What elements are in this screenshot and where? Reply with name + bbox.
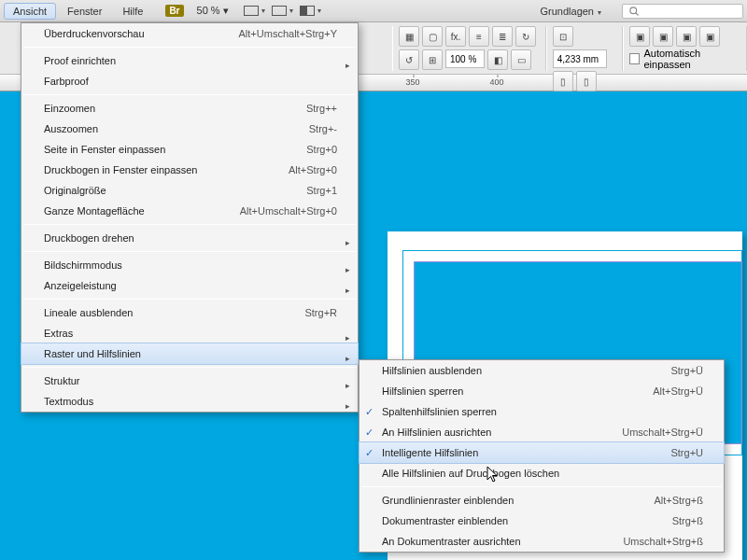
menu-item-label: Intelligente Hilfslinien [382,447,670,458]
menu-item[interactable]: Lineale ausblendenStrg+R [21,302,358,323]
menu-shortcut: Strg+ß [672,515,703,526]
menu-item[interactable]: Textmodus [21,391,358,412]
menu-shortcut: Umschalt+Strg+Ü [622,427,703,438]
menu-shortcut: Strg+0 [306,144,337,155]
menu-item-label: Druckbogen in Fenster einpassen [44,164,289,175]
menu-item-label: Druckbogen drehen [44,232,337,244]
menu-item[interactable]: Farbproof [21,71,358,91]
tool-dir-3[interactable]: ⊞ [422,49,443,70]
view-menu: ÜberdruckenvorschauAlt+Umschalt+Strg+YPr… [21,22,359,413]
menu-fenster[interactable]: Fenster [58,3,111,20]
menu-separator [23,224,356,225]
view-mode-icon[interactable] [242,3,268,20]
tool-btn-2[interactable]: ▢ [422,26,443,47]
menu-item[interactable]: Dokumentraster einblendenStrg+ß [359,511,724,531]
menu-item[interactable]: Druckbogen in Fenster einpassenAlt+Strg+… [21,160,358,180]
menu-item-label: Proof einrichten [44,55,337,66]
measure-field[interactable]: 4,233 mm [553,49,607,68]
grids-guides-submenu: Hilfslinien ausblendenStrg+ÜHilfslinien … [359,359,725,553]
check-icon: ✓ [365,406,374,418]
menu-item[interactable]: EinzoomenStrg++ [21,98,358,119]
crop-icon[interactable]: ⊡ [553,26,573,47]
fit-btn-4[interactable]: ▣ [699,26,720,47]
menu-item[interactable]: ✓Spaltenhilfslinien sperren [359,401,724,422]
fit-btn-1[interactable]: ▣ [629,26,650,47]
menu-item-label: Extras [44,328,337,339]
menu-shortcut: Umschalt+Strg+ß [623,536,703,547]
menu-shortcut: Strg+Ü [670,365,703,376]
search-input[interactable] [643,6,737,17]
menu-item[interactable]: ✓Intelligente HilfslinienStrg+U [359,442,724,463]
menu-item[interactable]: Hilfslinien ausblendenStrg+Ü [359,360,724,381]
menu-item-label: An Hilfslinien ausrichten [382,427,622,438]
menu-shortcut: Alt+Strg+ß [654,495,703,506]
menu-shortcut: Strg+U [670,447,703,458]
menu-item-label: Alle Hilfslinien auf Druckbogen löschen [382,468,703,479]
menu-item-label: Überdruckenvorschau [44,28,239,39]
menu-separator [361,486,722,487]
menu-hilfe[interactable]: Hilfe [113,3,152,20]
tool-align-2[interactable]: ≣ [492,26,513,47]
auto-fit-label: Automatisch einpassen [643,48,740,70]
zoom-pct-field[interactable]: 100 % [445,49,485,68]
menu-item-label: Spaltenhilfslinien sperren [382,406,703,417]
fit-btn-3[interactable]: ▣ [676,26,697,47]
zoom-level[interactable]: 50 % ▾ [197,5,229,17]
tool-btn-x1[interactable]: ◧ [487,49,508,70]
workspace-switcher[interactable]: Grundlagen [531,3,612,20]
menu-item[interactable]: Druckbogen drehen [21,228,358,248]
fit-btn-2[interactable]: ▣ [653,26,673,47]
check-icon: ✓ [365,427,374,439]
tool-dir-2[interactable]: ↺ [399,49,419,70]
menu-item[interactable]: ÜberdruckenvorschauAlt+Umschalt+Strg+Y [21,23,358,44]
menu-item[interactable]: OriginalgrößeStrg+1 [21,180,358,201]
menu-item[interactable]: AuszoomenStrg+- [21,119,358,139]
menu-separator [23,251,356,252]
menu-item[interactable]: Proof einrichten [21,50,358,71]
menu-item-label: Einzoomen [44,103,306,114]
tool-btn-a[interactable]: ▯ [553,71,573,91]
menu-item[interactable]: Struktur [21,371,358,391]
menu-item-label: Farbproof [44,76,337,87]
menu-shortcut: Strg+1 [306,185,337,196]
tool-btn-b[interactable]: ▯ [576,71,597,91]
menu-item-label: Bildschirmmodus [44,259,337,271]
menu-shortcut: Alt+Umschalt+Strg+0 [240,205,337,217]
menu-item[interactable]: Grundlinienraster einblendenAlt+Strg+ß [359,490,724,511]
screen-mode-icon[interactable] [270,3,296,20]
menu-item[interactable]: Anzeigeleistung [21,275,358,296]
svg-point-0 [630,7,637,13]
menu-item[interactable]: Bildschirmmodus [21,255,358,275]
menu-item[interactable]: ✓An Hilfslinien ausrichtenUmschalt+Strg+… [359,422,724,442]
tool-dir-1[interactable]: ↻ [515,26,536,47]
menu-item-label: Textmodus [44,396,337,407]
menu-item[interactable]: Extras [21,323,358,343]
menu-item[interactable]: Hilfslinien sperrenAlt+Strg+Ü [359,381,724,401]
tool-fx[interactable]: fx. [445,26,466,47]
bridge-icon[interactable]: Br [165,5,183,17]
menu-separator [23,94,356,95]
svg-line-1 [636,12,639,15]
menu-item-label: Hilfslinien ausblenden [382,365,670,376]
auto-fit-checkbox[interactable] [629,53,640,64]
menu-shortcut: Strg++ [306,103,337,114]
menu-item[interactable]: Raster und Hilfslinien [21,343,358,364]
menu-shortcut: Alt+Umschalt+Strg+Y [239,28,337,39]
menu-shortcut: Alt+Strg+0 [289,164,337,175]
menu-item-label: Seite in Fenster einpassen [44,144,306,155]
menu-item[interactable]: Seite in Fenster einpassenStrg+0 [21,139,358,160]
arrange-icon[interactable] [298,3,324,20]
tool-align-1[interactable]: ≡ [469,26,489,47]
menu-item[interactable]: Ganze MontageflächeAlt+Umschalt+Strg+0 [21,201,358,221]
menu-item-label: Ganze Montagefläche [44,205,240,217]
menu-item-label: Dokumentraster einblenden [382,515,672,526]
menu-item-label: Lineale ausblenden [44,307,304,318]
menu-ansicht[interactable]: Ansicht [4,3,56,20]
tool-btn-x2[interactable]: ▭ [511,49,531,70]
menu-item[interactable]: An Dokumentraster ausrichtenUmschalt+Str… [359,531,724,552]
menu-item[interactable]: Alle Hilfslinien auf Druckbogen löschen [359,463,724,483]
search-icon [628,6,640,17]
search-box[interactable] [622,4,743,19]
tool-btn-1[interactable]: ▦ [399,26,419,47]
menu-separator [23,47,356,48]
